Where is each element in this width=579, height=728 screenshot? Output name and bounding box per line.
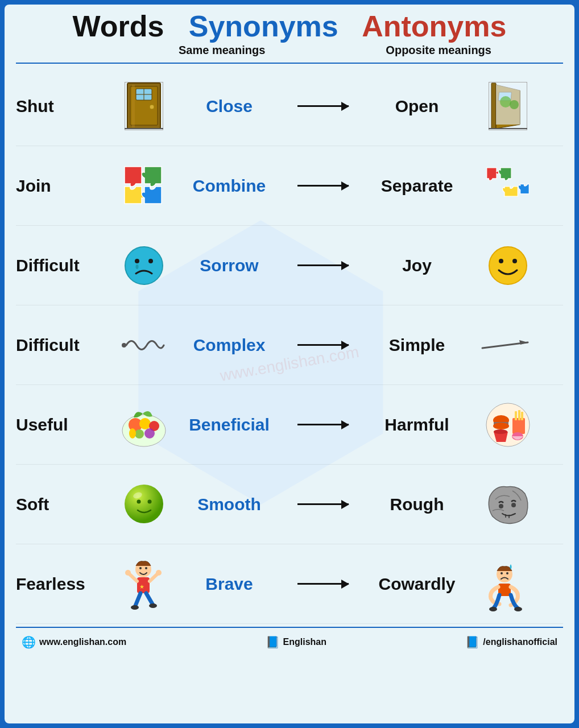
svg-point-38: [493, 423, 509, 429]
row-shut: Shut Close: [16, 67, 563, 146]
svg-rect-42: [521, 412, 523, 420]
svg-rect-9: [491, 83, 496, 129]
footer-social-text: /englishanofficial: [483, 637, 557, 647]
icon-sad-face: [115, 245, 172, 286]
arrow-0: [286, 105, 360, 107]
facebook-icon: 📘: [465, 635, 479, 649]
row-beneficial: Useful Beneficial: [16, 385, 563, 465]
svg-point-32: [135, 429, 144, 439]
svg-point-34: [129, 428, 136, 439]
svg-point-22: [489, 247, 527, 284]
svg-point-33: [144, 428, 155, 439]
icon-junk-food: [474, 402, 542, 448]
svg-point-46: [137, 500, 140, 504]
footer-brand-text: Englishan: [283, 637, 326, 647]
svg-rect-39: [512, 418, 525, 434]
icon-kid-cowardly: [474, 554, 542, 614]
svg-marker-27: [519, 340, 528, 345]
arrow-4: [286, 424, 360, 425]
svg-point-20: [148, 259, 153, 263]
svg-point-47: [147, 500, 151, 504]
svg-text:★: ★: [139, 584, 144, 590]
icon-happy-face: [474, 245, 542, 286]
icon-door-closed: [115, 82, 172, 130]
svg-point-71: [514, 607, 522, 611]
svg-line-61: [135, 593, 140, 606]
svg-point-60: [156, 570, 162, 576]
icon-kid-fearless: ★: [115, 556, 172, 613]
rows-container: Shut Close: [16, 67, 563, 624]
header-divider: [16, 63, 563, 64]
synonym-beneficial: Beneficial: [172, 415, 286, 435]
svg-point-23: [499, 259, 503, 263]
word-soft: Soft: [16, 495, 115, 514]
icon-wavy: [115, 334, 172, 357]
footer-brand: 📘 Englishan: [266, 635, 326, 649]
synonym-brave: Brave: [172, 574, 286, 594]
footer-divider: [16, 627, 563, 628]
arrow-5: [286, 503, 360, 505]
antonym-simple: Simple: [360, 336, 474, 355]
svg-point-3: [150, 105, 154, 109]
antonym-separate: Separate: [360, 176, 474, 196]
word-difficult-complex: Difficult: [16, 336, 115, 355]
svg-point-56: [145, 567, 147, 569]
svg-point-45: [125, 485, 163, 523]
svg-point-64: [149, 603, 157, 608]
svg-rect-41: [518, 410, 520, 420]
svg-point-21: [136, 264, 139, 269]
icon-green-ball: [115, 483, 172, 526]
svg-point-55: [139, 567, 142, 569]
svg-point-24: [512, 259, 517, 263]
svg-point-69: [506, 572, 508, 574]
word-shut: Shut: [16, 97, 115, 116]
row-complex: Difficult Complex Simple: [16, 305, 563, 385]
svg-point-50: [511, 503, 516, 507]
icon-veggies: [115, 402, 172, 448]
svg-point-19: [135, 259, 139, 263]
synonym-complex: Complex: [172, 336, 286, 355]
svg-point-49: [499, 504, 503, 508]
svg-point-70: [489, 607, 497, 611]
antonym-rough: Rough: [360, 495, 474, 514]
footer: 🌐 www.englishan.com 📘 Englishan 📘 /engli…: [16, 631, 563, 651]
antonym-cowardly: Cowardly: [360, 574, 474, 594]
footer-website: 🌐 www.englishan.com: [22, 635, 126, 649]
header: Words Synonyms Antonyms Same meanings Op…: [16, 10, 563, 60]
word-difficult-sorrow: Difficult: [16, 256, 115, 275]
icon-puzzle-separate: [474, 164, 542, 208]
arrow-3: [286, 344, 360, 346]
row-sorrow: Difficult Sorrow Joy: [16, 226, 563, 305]
antonym-open: Open: [360, 97, 474, 116]
synonym-combine: Combine: [172, 176, 286, 196]
globe-icon: 🌐: [22, 635, 36, 649]
word-join: Join: [16, 176, 115, 196]
title-words: Words: [73, 10, 164, 43]
arrow-1: [286, 185, 360, 187]
antonym-harmful: Harmful: [360, 415, 474, 435]
svg-rect-40: [515, 411, 517, 420]
footer-website-text: www.englishan.com: [39, 637, 126, 647]
title-antonyms: Antonyms: [362, 10, 506, 43]
synonym-sorrow: Sorrow: [172, 256, 286, 275]
icon-rock: [474, 482, 542, 527]
brand-icon: 📘: [266, 635, 280, 649]
svg-rect-2: [132, 85, 135, 127]
svg-point-59: [125, 570, 131, 576]
svg-point-15: [510, 100, 519, 109]
svg-point-63: [131, 605, 139, 610]
svg-point-14: [500, 96, 511, 107]
main-container: www.englishan.com Words Synonyms Antonym…: [5, 5, 574, 723]
subtitle-synonyms: Same meanings: [179, 44, 265, 57]
icon-puzzle-joined: [115, 164, 172, 208]
synonym-close: Close: [172, 97, 286, 116]
svg-point-18: [125, 247, 163, 284]
subtitle-antonyms: Opposite meanings: [386, 44, 491, 57]
title-synonyms: Synonyms: [189, 10, 338, 43]
footer-social: 📘 /englishanofficial: [465, 635, 557, 649]
word-useful: Useful: [16, 415, 115, 435]
icon-straight-line: [474, 337, 542, 354]
svg-line-62: [146, 593, 152, 604]
svg-point-43: [494, 429, 507, 434]
row-join: Join Combine Separate: [16, 146, 563, 226]
